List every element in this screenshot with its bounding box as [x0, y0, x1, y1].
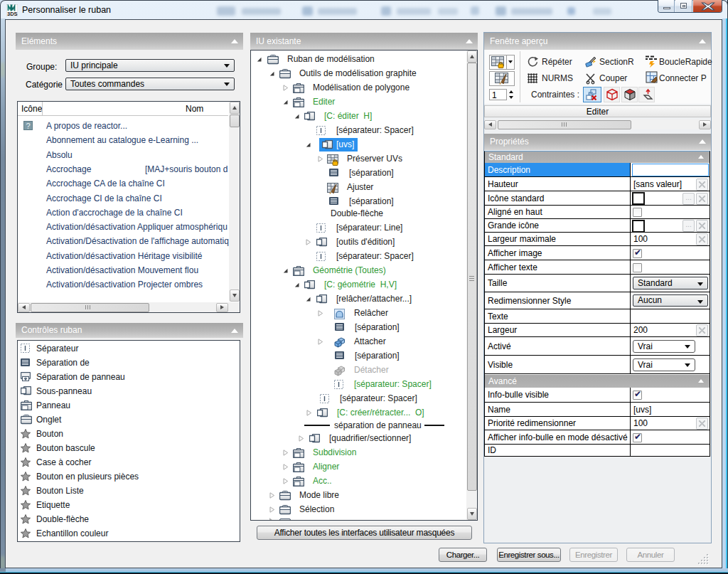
svg-text:3DS: 3DS [7, 11, 18, 16]
